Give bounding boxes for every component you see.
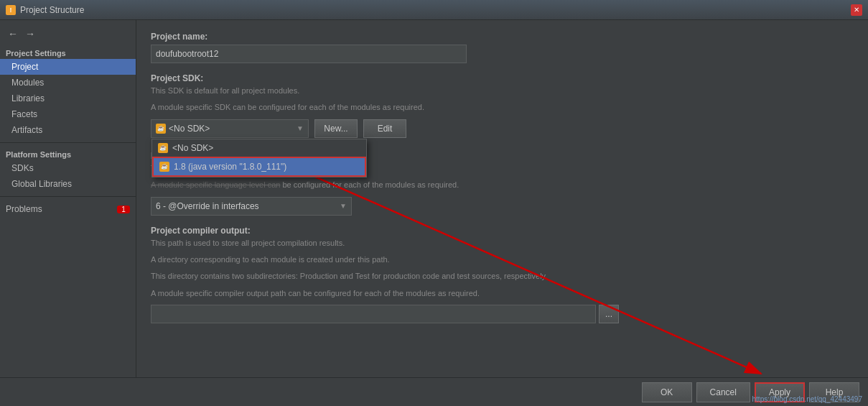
language-level-value: 6 - @Override in interfaces [156,201,259,211]
sdk-row: ☕ <No SDK> ▼ ☕ <No SDK> ☕ 1.8 (java vers… [151,119,854,138]
content-area: Project name: Project SDK: This SDK is d… [136,20,868,377]
ok-button[interactable]: OK [642,382,692,402]
sidebar-divider [0,142,136,143]
sdk-desc-2: A module specific SDK can be configured … [151,102,854,113]
main-container: ← → Project Settings Project Modules Lib… [0,20,868,377]
project-name-label: Project name: [151,32,854,42]
sidebar-item-problems[interactable]: Problems 1 [0,201,136,217]
compiler-output-title: Project compiler output: [151,226,854,236]
cancel-button[interactable]: Cancel [696,382,750,402]
compiler-output-row: ... [151,305,854,323]
compiler-desc-4: A module specific compiler output path c… [151,288,854,299]
language-level-dropdown[interactable]: 6 - @Override in interfaces ▼ [151,197,352,216]
sdk-option-label-2: 1.8 (java version "1.8.0_111") [174,162,286,172]
lang-desc-2: A module specific language level can be … [151,180,854,190]
close-button[interactable]: ✕ [851,4,862,16]
sdk-icon: ☕ [156,124,166,134]
compiler-desc-2: A directory corresponding to each module… [151,254,854,265]
project-sdk-label: Project SDK: [151,73,854,83]
sdk-option-java18[interactable]: ☕ 1.8 (java version "1.8.0_111") [152,157,366,177]
problems-label: Problems [6,204,42,214]
footer-url: https://blog.csdn.net/qq_42443497 [752,395,862,403]
sidebar: ← → Project Settings Project Modules Lib… [0,20,136,377]
sidebar-item-facets[interactable]: Facets [0,106,136,122]
sidebar-item-sdks[interactable]: SDKs [0,160,136,176]
compiler-output-input[interactable] [151,305,596,323]
app-icon: ! [6,5,16,15]
edit-sdk-button[interactable]: Edit [363,119,406,138]
problems-badge: 1 [117,206,130,213]
compiler-desc-1: This path is used to store all project c… [151,238,854,249]
compiler-desc-3: This directory contains two subdirectori… [151,271,854,282]
new-sdk-button[interactable]: New... [314,119,358,138]
sdk-desc-1: This SDK is default for all project modu… [151,86,854,96]
title-bar: ! Project Structure ✕ [0,0,868,20]
bottom-bar: OK Cancel Apply Help https://blog.csdn.n… [0,377,868,406]
sidebar-item-artifacts[interactable]: Artifacts [0,122,136,138]
project-name-input[interactable] [151,45,467,63]
sdk-option-label-1: <No SDK> [172,143,213,153]
window-title: Project Structure [20,5,84,15]
browse-button[interactable]: ... [599,305,619,323]
language-dropdown-arrow: ▼ [340,202,347,210]
sdk-dropdown-popup: ☕ <No SDK> ☕ 1.8 (java version "1.8.0_11… [151,139,367,177]
platform-settings-label: Platform Settings [0,147,136,160]
sdk-option-icon-1: ☕ [158,143,168,153]
sdk-dropdown[interactable]: ☕ <No SDK> ▼ ☕ <No SDK> ☕ 1.8 (java vers… [151,119,309,138]
forward-button[interactable]: → [23,27,37,40]
project-settings-label: Project Settings [0,46,136,59]
sdk-option-no-sdk[interactable]: ☕ <No SDK> [152,139,366,157]
sidebar-item-global-libraries[interactable]: Global Libraries [0,176,136,192]
sdk-option-icon-2: ☕ [159,162,169,172]
sidebar-item-libraries[interactable]: Libraries [0,91,136,106]
sidebar-item-modules[interactable]: Modules [0,75,136,91]
dropdown-arrow-icon: ▼ [297,124,304,132]
sdk-selected-value: <No SDK> [169,124,210,134]
sidebar-item-project[interactable]: Project [0,59,136,75]
back-button[interactable]: ← [6,27,20,40]
sidebar-divider-2 [0,196,136,197]
language-row: 6 - @Override in interfaces ▼ [151,197,854,216]
